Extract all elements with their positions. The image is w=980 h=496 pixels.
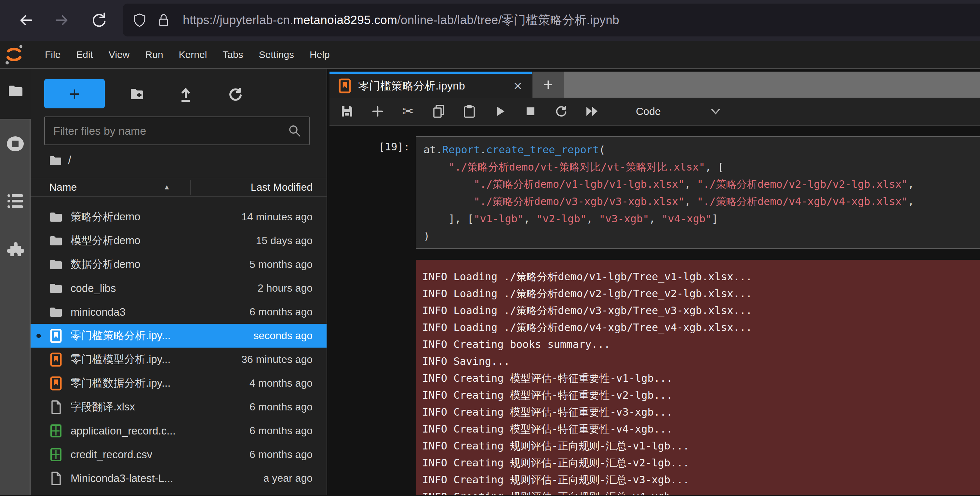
- insert-cell-icon[interactable]: [371, 104, 385, 118]
- new-launcher-button[interactable]: +: [44, 79, 105, 108]
- file-row[interactable]: application_record.c...6 months ago: [30, 419, 326, 443]
- file-browser-panel: + / Name ▲ Las: [30, 69, 327, 495]
- close-icon[interactable]: ×: [514, 80, 522, 93]
- output-line: INFO Loading ./策略分析demo/v3-xgb/Tree_v3-x…: [422, 302, 980, 319]
- extensions-icon[interactable]: [6, 241, 24, 259]
- file-row[interactable]: 字段翻译.xlsx6 months ago: [30, 395, 326, 419]
- folder-icon: [49, 155, 62, 166]
- back-icon[interactable]: [18, 12, 35, 29]
- sort-ascending-icon[interactable]: ▲: [163, 179, 170, 196]
- output-line: INFO Creating 模型评估-特征重要性-v3-xgb...: [422, 403, 980, 421]
- paste-cells-icon[interactable]: [462, 104, 477, 118]
- menu-items: FileEditViewRunKernelTabsSettingsHelp: [37, 41, 337, 69]
- run-all-icon[interactable]: [584, 104, 599, 118]
- notebook-icon: [339, 78, 351, 93]
- output-line: INFO Creating 规则评估-正向规则-汇总-v1-lgb...: [422, 437, 980, 455]
- folder-icon: [49, 281, 63, 295]
- new-tab-button[interactable]: +: [533, 72, 564, 97]
- notebook-panel: 零门槛策略分析.ipynb × + ✂: [329, 69, 980, 495]
- main-content: + / Name ▲ Las: [0, 69, 980, 495]
- url-bar[interactable]: https://jupyterlab-cn.metanoia8295.com/o…: [123, 3, 980, 37]
- forward-icon[interactable]: [53, 12, 70, 29]
- cell-type-dropdown[interactable]: Code: [636, 105, 661, 118]
- copy-cells-icon[interactable]: [432, 104, 446, 118]
- file-modified: a year ago: [264, 472, 313, 484]
- file-modified: 15 days ago: [256, 234, 313, 247]
- menu-item-edit[interactable]: Edit: [68, 41, 101, 69]
- run-icon[interactable]: [493, 104, 507, 118]
- save-icon[interactable]: [340, 104, 354, 118]
- code-line: "./策略分析demo/vt-策略对比/vt-策略对比.xlsx", [: [423, 158, 980, 176]
- file-row[interactable]: miniconda36 months ago: [30, 300, 326, 324]
- running-sessions-icon[interactable]: [6, 135, 24, 153]
- file-row[interactable]: code_libs2 hours ago: [30, 276, 326, 300]
- cell-output: INFO Loading ./策略分析demo/v1-lgb/Tree_v1-l…: [416, 260, 980, 495]
- table-of-contents-icon[interactable]: [6, 192, 24, 210]
- breadcrumb-root[interactable]: /: [68, 154, 71, 167]
- file-modified: 2 hours ago: [258, 282, 313, 294]
- upload-icon[interactable]: [178, 86, 194, 102]
- file-name: miniconda3: [71, 306, 126, 318]
- menu-item-view[interactable]: View: [101, 41, 137, 69]
- file-browser-icon[interactable]: [8, 84, 24, 97]
- chevron-down-icon[interactable]: [710, 107, 721, 116]
- notebook-icon: [49, 329, 63, 343]
- menu-item-settings[interactable]: Settings: [251, 41, 302, 69]
- code-line: "./策略分析demo/v3-xgb/v3-xgb.xlsx", "./策略分析…: [423, 193, 980, 210]
- filter-files-box: [44, 116, 310, 145]
- breadcrumb[interactable]: /: [49, 153, 71, 168]
- file-row[interactable]: 零门槛模型分析.ipy...36 minutes ago: [30, 348, 326, 372]
- column-last-modified[interactable]: Last Modified: [251, 179, 313, 196]
- new-folder-icon[interactable]: [129, 86, 145, 102]
- refresh-icon[interactable]: [227, 86, 243, 102]
- folder-icon: [49, 234, 63, 248]
- output-line: INFO Loading ./策略分析demo/v4-xgb/Tree_v4-x…: [422, 319, 980, 336]
- file-list: 策略分析demo14 minutes ago模型分析demo15 days ag…: [30, 205, 326, 495]
- output-prompt-spacer: [329, 260, 416, 495]
- code-line: at.Report.create_tree_report(: [423, 141, 980, 158]
- notebook-tab[interactable]: 零门槛策略分析.ipynb ×: [329, 72, 532, 97]
- column-divider: [190, 180, 191, 195]
- execution-count: [19]:: [329, 136, 416, 249]
- file-modified: 6 months ago: [250, 401, 313, 413]
- code-line: ], ["v1-lgb", "v2-lgb", "v3-xgb", "v4-xg…: [423, 210, 980, 228]
- menu-item-file[interactable]: File: [37, 41, 68, 69]
- menu-item-kernel[interactable]: Kernel: [171, 41, 215, 69]
- file-row[interactable]: 策略分析demo14 minutes ago: [30, 205, 326, 229]
- file-name: 策略分析demo: [71, 210, 140, 224]
- file-modified: 6 months ago: [250, 425, 313, 437]
- menu-item-help[interactable]: Help: [302, 41, 337, 69]
- unsaved-dot: [37, 334, 41, 338]
- file-name: 模型分析demo: [71, 233, 140, 248]
- code-cell[interactable]: [19]: at.Report.create_tree_report( "./策…: [329, 136, 980, 249]
- csv-icon: [49, 448, 63, 462]
- file-row[interactable]: 零门槛数据分析.ipy...4 months ago: [30, 372, 326, 395]
- file-row[interactable]: 数据分析demo5 months ago: [30, 252, 326, 276]
- menu-item-run[interactable]: Run: [138, 41, 171, 69]
- file-modified: 6 months ago: [250, 306, 313, 318]
- cut-cells-icon[interactable]: ✂: [401, 104, 415, 118]
- file-row[interactable]: 模型分析demo15 days ago: [30, 229, 326, 252]
- panel-divider[interactable]: [327, 69, 329, 495]
- menu-item-tabs[interactable]: Tabs: [215, 41, 251, 69]
- lock-icon[interactable]: [156, 13, 171, 28]
- notebook-toolbar: ✂ Code: [329, 97, 980, 126]
- search-icon: [288, 124, 302, 138]
- code-line: ): [423, 228, 980, 245]
- reload-icon[interactable]: [91, 12, 107, 29]
- file-modified: 14 minutes ago: [241, 211, 313, 223]
- stop-icon[interactable]: [523, 104, 538, 118]
- shield-icon[interactable]: [132, 13, 147, 28]
- activity-bar: [0, 69, 30, 495]
- restart-kernel-icon[interactable]: [554, 104, 568, 118]
- file-browser-toolbar: +: [30, 69, 326, 115]
- file-row[interactable]: credit_record.csv6 months ago: [30, 443, 326, 466]
- notebook-icon: [49, 376, 63, 391]
- column-name[interactable]: Name: [49, 179, 77, 196]
- code-editor[interactable]: at.Report.create_tree_report( "./策略分析dem…: [416, 136, 980, 249]
- file-row[interactable]: 零门槛策略分析.ipy...seconds ago: [30, 324, 326, 348]
- file-row[interactable]: Miniconda3-latest-L...a year ago: [30, 466, 326, 490]
- filter-files-input[interactable]: [45, 124, 288, 137]
- jupyter-menubar: FileEditViewRunKernelTabsSettingsHelp: [0, 41, 980, 69]
- file-icon: [49, 400, 63, 414]
